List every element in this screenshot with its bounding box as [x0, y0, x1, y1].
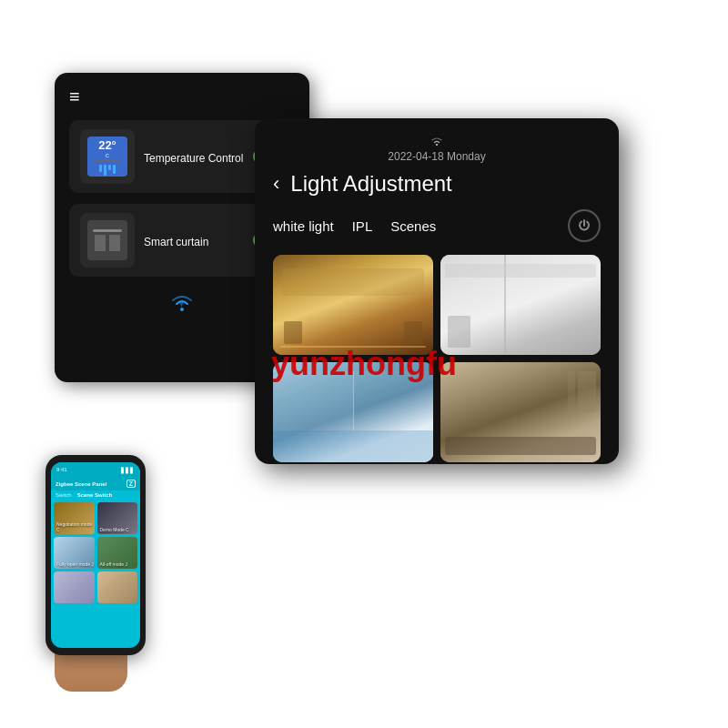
temp-bars [99, 165, 116, 176]
light-adjustment-title: Light Adjustment [290, 171, 601, 197]
svg-point-0 [180, 308, 184, 311]
wifi-icon [168, 291, 196, 319]
scene-container: ≡ 22° C Temperature Control [0, 0, 728, 728]
smart-curtain-info: Smart curtain [144, 232, 244, 248]
wifi-icon-front [430, 136, 443, 146]
phone-scene-2[interactable]: Demo Mode C [97, 502, 138, 534]
phone-signal: ▋▋▋ [121, 467, 135, 473]
front-panel-header: 2022-04-18 Monday [273, 136, 601, 164]
light-adjustment-tabs: white light IPL Scenes [273, 209, 601, 242]
phone-status-bar: 9:41 ▋▋▋ [51, 462, 140, 477]
phone-scene-4-label: All-off mode J [100, 561, 127, 567]
thermostat-display: 22° C [87, 136, 127, 177]
power-icon [577, 218, 592, 233]
panel-date: 2022-04-18 Monday [388, 150, 485, 163]
thermostat-icon-box: 22° C [80, 129, 135, 184]
phone-scene-4[interactable]: All-off mode J [97, 537, 138, 569]
phone-scene-3-label: Fully open mode J [56, 561, 94, 567]
phone-screen: 9:41 ▋▋▋ Zigbee Scene Panel Z Switch Sce… [51, 462, 140, 648]
phone-scene-1[interactable]: Negotiation mode C [54, 502, 95, 534]
phone-time: 9:41 [56, 467, 67, 472]
phone-scene-grid: Negotiation mode C Demo Mode C Fully ope… [51, 500, 140, 606]
phone-switch-bar: Switch Scene Switch [51, 490, 140, 500]
phone-container: 9:41 ▋▋▋ Zigbee Scene Panel Z Switch Sce… [46, 455, 164, 673]
svg-point-1 [436, 144, 438, 146]
phone-switch-label: Switch [56, 492, 72, 498]
phone-scene-6[interactable] [97, 571, 138, 603]
scene-thumb-4[interactable] [440, 362, 601, 462]
temp-value: 22° [98, 138, 116, 152]
phone-scene-label: Scene Switch [77, 492, 113, 498]
temp-unit: C [106, 153, 109, 158]
power-button[interactable] [568, 209, 601, 242]
hamburger-icon[interactable]: ≡ [69, 87, 80, 106]
back-panel-header: ≡ [69, 87, 295, 106]
phone-device: 9:41 ▋▋▋ Zigbee Scene Panel Z Switch Sce… [46, 455, 146, 655]
scene-thumb-1[interactable] [273, 255, 433, 355]
scene-thumb-3[interactable] [273, 362, 433, 462]
temperature-control-name: Temperature Control [144, 152, 244, 165]
divider [95, 160, 120, 161]
light-adjustment-header: ‹ Light Adjustment [273, 171, 601, 197]
phone-scene-2-label: Demo Mode C [100, 527, 129, 532]
phone-scene-3[interactable]: Fully open mode J [54, 537, 95, 569]
scene-thumb-2[interactable] [440, 255, 601, 355]
phone-app-header: Zigbee Scene Panel Z [51, 477, 140, 490]
tab-white-light[interactable]: white light [273, 218, 334, 234]
phone-scene-5[interactable] [54, 571, 95, 603]
curtain-icon-box [80, 213, 135, 268]
back-arrow-button[interactable]: ‹ [273, 172, 279, 196]
tab-scenes[interactable]: Scenes [390, 218, 436, 234]
phone-zigbee-icon: Z [126, 480, 136, 488]
curtain-icon [87, 220, 127, 260]
temperature-control-info: Temperature Control [144, 148, 244, 165]
tab-ipl[interactable]: IPL [352, 218, 373, 234]
scenes-grid [273, 255, 601, 462]
phone-app-title: Zigbee Scene Panel [56, 481, 106, 487]
front-panel: 2022-04-18 Monday ‹ Light Adjustment whi… [255, 118, 619, 464]
phone-scene-1-label: Negotiation mode C [56, 521, 95, 532]
smart-curtain-name: Smart curtain [144, 236, 244, 248]
